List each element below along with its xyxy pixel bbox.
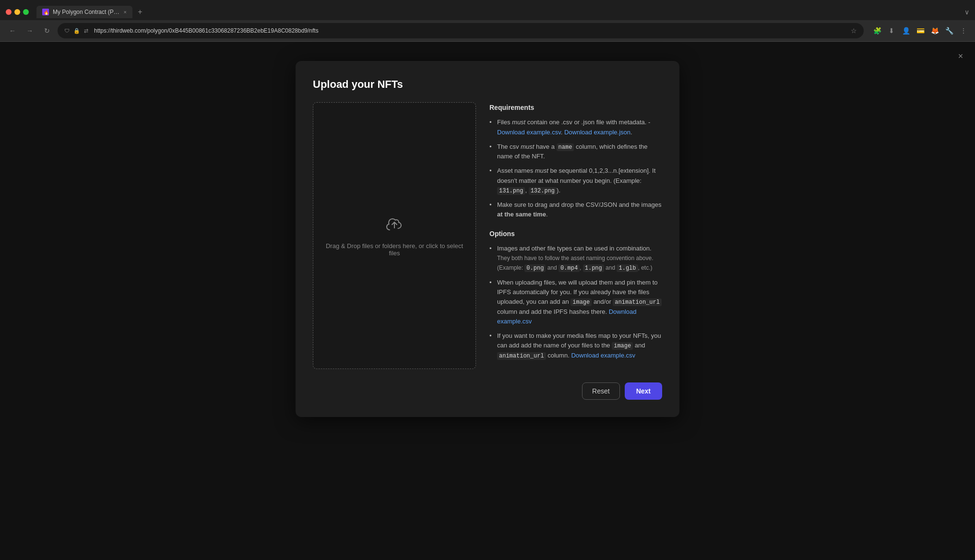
modal-title: Upload your NFTs — [313, 78, 662, 91]
download-icon[interactable]: ⬇ — [886, 25, 897, 36]
next-button[interactable]: Next — [625, 382, 662, 400]
download-example-csv-link-1[interactable]: Download example.csv — [497, 129, 561, 136]
reset-button[interactable]: Reset — [582, 382, 620, 400]
back-button[interactable]: ← — [6, 24, 19, 37]
options-list: Images and other file types can be used … — [489, 244, 662, 360]
traffic-light-red[interactable] — [6, 9, 12, 15]
right-info-panel: Requirements Files must contain one .csv… — [489, 102, 662, 369]
extensions2-icon[interactable]: 🔧 — [943, 25, 955, 36]
file-drop-zone[interactable]: Drag & Drop files or folders here, or cl… — [313, 102, 476, 369]
download-example-csv-link-3[interactable]: Download example.csv — [571, 352, 635, 359]
nav-bar: ← → ↻ 🛡 🔒 ⇄ https://thirdweb.com/polygon… — [0, 20, 975, 41]
traffic-light-yellow[interactable] — [14, 9, 20, 15]
tab-favicon: 🔥 — [42, 9, 49, 15]
modal-footer: Reset Next — [313, 382, 662, 400]
svg-text:🔥: 🔥 — [44, 10, 49, 15]
tab-label: My Polygon Contract (POLYGO... — [53, 9, 120, 15]
requirement-item-1: Files must contain one .csv or .json fil… — [489, 118, 662, 137]
requirement-item-2: The csv must have a name column, which d… — [489, 142, 662, 162]
connection-icon: 🔒 — [73, 28, 80, 34]
requirements-title: Requirements — [489, 102, 662, 113]
menu-icon[interactable]: ⋮ — [958, 25, 969, 36]
lock-icon: 🛡 — [64, 28, 70, 34]
star-icon[interactable]: ☆ — [851, 27, 857, 35]
options-title: Options — [489, 228, 662, 239]
refresh-button[interactable]: ↻ — [40, 24, 54, 37]
page-background: × Upload your NFTs Drag & Drop files or … — [0, 42, 975, 560]
tab-bar-right-button[interactable]: ∨ — [964, 8, 969, 16]
browser-tab-active[interactable]: 🔥 My Polygon Contract (POLYGO... × — [36, 6, 132, 18]
option-item-1: Images and other file types can be used … — [489, 244, 662, 273]
upload-nfts-modal: Upload your NFTs Drag & Drop files or fo… — [296, 61, 679, 417]
drop-zone-label: Drag & Drop files or folders here, or cl… — [313, 242, 476, 257]
traffic-light-green[interactable] — [23, 9, 29, 15]
download-example-csv-link-2[interactable]: Download example.csv — [497, 308, 637, 325]
requirement-item-4: Make sure to drag and drop the CSV/JSON … — [489, 200, 662, 219]
browser-chrome: 🔥 My Polygon Contract (POLYGO... × + ∨ ←… — [0, 0, 975, 42]
metamask-icon[interactable]: 🦊 — [929, 25, 940, 36]
extensions-icon[interactable]: 🧩 — [871, 25, 883, 36]
profile-icon[interactable]: 👤 — [900, 25, 912, 36]
requirement-item-3: Asset names must be sequential 0,1,2,3..… — [489, 166, 662, 195]
upload-cloud-icon — [384, 214, 405, 236]
modal-body: Drag & Drop files or folders here, or cl… — [313, 102, 662, 369]
address-text[interactable]: https://thirdweb.com/polygon/0xB445B0086… — [94, 27, 847, 34]
requirements-list: Files must contain one .csv or .json fil… — [489, 118, 662, 219]
option-item-3: If you want to make your media files map… — [489, 331, 662, 360]
address-bar[interactable]: 🛡 🔒 ⇄ https://thirdweb.com/polygon/0xB44… — [58, 23, 864, 38]
arrows-icon: ⇄ — [84, 28, 88, 34]
download-example-json-link[interactable]: Download example.json — [564, 129, 630, 136]
tab-bar: 🔥 My Polygon Contract (POLYGO... × + ∨ — [0, 0, 975, 20]
wallet-icon[interactable]: 💳 — [915, 25, 926, 36]
page-close-button[interactable]: × — [954, 49, 967, 63]
traffic-lights — [6, 9, 29, 15]
tab-close-button[interactable]: × — [124, 9, 127, 15]
forward-button[interactable]: → — [23, 24, 36, 37]
option-item-2: When uploading files, we will upload the… — [489, 278, 662, 326]
browser-nav-actions: 🧩 ⬇ 👤 💳 🦊 🔧 ⋮ — [871, 25, 969, 36]
new-tab-button[interactable]: + — [134, 6, 146, 18]
